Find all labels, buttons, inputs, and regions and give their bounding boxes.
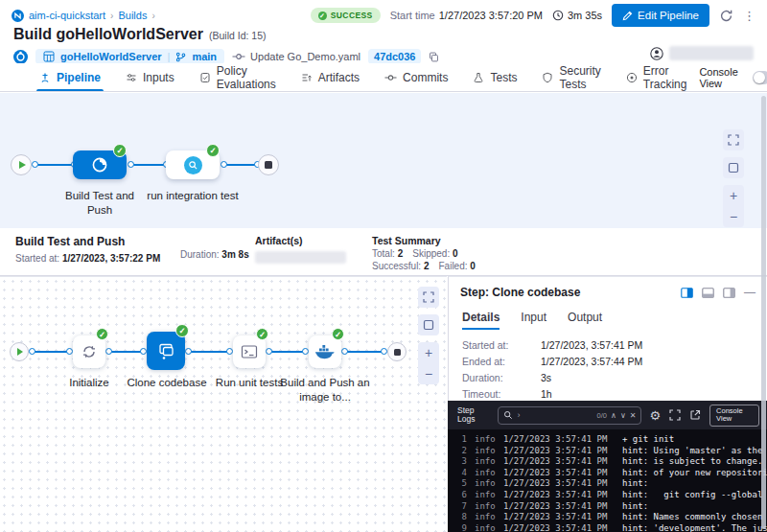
play-icon xyxy=(17,348,23,356)
zoom-in-icon[interactable]: + xyxy=(418,342,439,363)
breadcrumb-builds-link[interactable]: Builds xyxy=(118,10,147,21)
search-prev-icon[interactable]: ∧ xyxy=(611,411,616,420)
kebab-menu-icon[interactable]: ⋮ xyxy=(743,9,755,23)
stage-summary-bar: Build Test and Push Started at: 1/27/202… xyxy=(0,228,767,276)
graph-end-node[interactable] xyxy=(387,342,407,361)
console-view-button[interactable]: Console View xyxy=(709,405,759,427)
tab-label: Artifacts xyxy=(318,71,360,84)
tab-label: Policy Evaluations xyxy=(217,64,276,91)
fit-to-screen-icon[interactable] xyxy=(723,157,744,178)
commit-message-text: Update Go_Demo.yaml xyxy=(250,51,360,62)
success-check-icon: ✓ xyxy=(206,144,220,157)
field-value: 1/27/2023, 3:57:44 PM xyxy=(541,356,642,367)
zoom-out-icon[interactable]: − xyxy=(418,363,439,384)
tab-commits[interactable]: Commits xyxy=(372,63,460,91)
page-header: aim-ci-quickstart › Builds › ✓ SUCCESS S… xyxy=(0,0,767,63)
stage-graph-canvas[interactable]: ✓ ✓ Build Test and Push run integration … xyxy=(0,93,767,228)
security-tests-icon xyxy=(542,72,553,83)
console-view-toggle[interactable] xyxy=(753,71,767,84)
user-avatar-icon[interactable] xyxy=(650,47,663,60)
field-value: 1/27/2023, 3:57:41 PM xyxy=(541,339,642,351)
tab-label: Pipeline xyxy=(57,71,101,84)
test-summary-label: Test Summary xyxy=(372,235,767,246)
page-scrollbar[interactable] xyxy=(761,96,766,529)
step-node-clone-codebase[interactable] xyxy=(147,332,185,370)
tab-security-tests[interactable]: Security Tests xyxy=(529,63,613,91)
user-name-redacted xyxy=(669,46,754,60)
step-panel-tabs: Details Input Output xyxy=(449,299,767,330)
log-search-input[interactable]: › 0/0 ∧ ∨ ✕ xyxy=(498,406,641,425)
fullscreen-icon[interactable] xyxy=(723,129,744,150)
elapsed-value: 3m 35s xyxy=(568,10,602,21)
stop-icon xyxy=(394,349,401,356)
copy-icon[interactable] xyxy=(429,52,439,62)
success-check-icon: ✓ xyxy=(256,328,268,340)
tab-inputs[interactable]: Inputs xyxy=(113,63,187,91)
elapsed-time: 3m 35s xyxy=(552,10,602,21)
success-check-icon: ✓ xyxy=(332,328,344,340)
policy-evaluations-icon xyxy=(199,72,211,83)
breadcrumb: aim-ci-quickstart › Builds › xyxy=(12,10,155,22)
step-node-build-and-push-image[interactable] xyxy=(309,335,341,368)
tab-pipeline[interactable]: Pipeline xyxy=(27,63,113,91)
chevron-right-icon: › xyxy=(151,11,154,21)
edit-pipeline-button[interactable]: Edit Pipeline xyxy=(612,4,709,27)
tab-tests[interactable]: Tests xyxy=(460,63,529,91)
breadcrumb-project-link[interactable]: aim-ci-quickstart xyxy=(29,10,105,21)
started-at-label: Started at: xyxy=(15,253,59,264)
fullscreen-icon[interactable] xyxy=(418,287,439,308)
field-label: Timeout: xyxy=(462,388,541,400)
tab-artifacts[interactable]: Artifacts xyxy=(289,63,372,91)
step-label: Build and Push an image to... xyxy=(278,376,372,405)
tab-error-tracking[interactable]: Error Tracking xyxy=(614,63,700,91)
log-line: 8info1/27/2023 3:57:41 PMhint: Names com… xyxy=(453,512,767,523)
log-line: 5info1/27/2023 3:57:41 PMhint: xyxy=(453,478,767,490)
skipped-value: 0 xyxy=(453,248,458,259)
search-next-icon[interactable]: ∨ xyxy=(620,411,626,420)
log-fullscreen-icon[interactable] xyxy=(669,409,681,421)
harness-logo-icon xyxy=(12,10,24,22)
log-line: 3info1/27/2023 3:57:41 PMhint: is subjec… xyxy=(453,456,767,468)
search-close-icon[interactable]: ✕ xyxy=(630,411,637,420)
clone-codebase-icon xyxy=(156,341,176,361)
log-settings-gear-icon[interactable]: ⚙ xyxy=(649,408,661,423)
panel-right-icon[interactable] xyxy=(723,288,735,298)
log-line: 2info1/27/2023 3:57:41 PMhint: Using 'ma… xyxy=(453,446,767,457)
repo-branch-chip[interactable]: goHelloWorldServer | main xyxy=(35,49,224,64)
step-label: Clone codebase xyxy=(115,376,219,390)
tab-output[interactable]: Output xyxy=(568,311,602,330)
graph-start-node[interactable] xyxy=(11,154,32,175)
stop-icon xyxy=(265,161,272,169)
tab-details[interactable]: Details xyxy=(462,311,500,330)
field-value: 3s xyxy=(541,372,551,383)
build-page: aim-ci-quickstart › Builds › ✓ SUCCESS S… xyxy=(0,0,767,532)
branch-name: main xyxy=(192,51,217,62)
open-in-new-tab-icon[interactable] xyxy=(689,409,701,421)
step-node-initialize[interactable] xyxy=(73,335,105,368)
total-value: 2 xyxy=(398,248,404,259)
step-graph-canvas[interactable]: ✓ ✓ ✓ ✓ Initialize Clone codebase Run un… xyxy=(0,276,447,532)
minimize-icon[interactable]: — xyxy=(744,288,755,297)
tab-input[interactable]: Input xyxy=(521,311,546,330)
stage-canvas-controls: + − xyxy=(723,129,744,227)
play-icon xyxy=(19,161,26,169)
tab-label: Error Tracking xyxy=(643,64,687,91)
step-panel-title: Step: Clone codebase xyxy=(460,286,580,299)
fit-to-screen-icon[interactable] xyxy=(418,314,439,335)
graph-edge xyxy=(224,164,257,166)
commits-icon xyxy=(384,74,397,81)
commit-sha-chip[interactable]: 47dc036 xyxy=(368,49,421,64)
zoom-in-icon[interactable]: + xyxy=(723,185,744,206)
graph-end-node[interactable] xyxy=(258,154,279,175)
split-right-icon[interactable] xyxy=(681,288,693,298)
refresh-icon[interactable] xyxy=(719,9,733,23)
chevron-right-icon: › xyxy=(110,11,113,21)
step-logs-console: StepLogs › 0/0 ∧ ∨ ✕ ⚙ Consol xyxy=(448,401,767,532)
tab-policy-evaluations[interactable]: Policy Evaluations xyxy=(187,63,289,91)
split-bottom-icon[interactable] xyxy=(702,288,714,298)
repo-name: goHelloWorldServer xyxy=(60,51,162,62)
graph-start-node[interactable] xyxy=(10,342,29,361)
zoom-out-icon[interactable]: − xyxy=(723,206,744,227)
log-lines: 1info1/27/2023 3:57:41 PM+ git init 2inf… xyxy=(448,429,767,532)
step-node-run-unit-tests[interactable] xyxy=(233,335,266,368)
